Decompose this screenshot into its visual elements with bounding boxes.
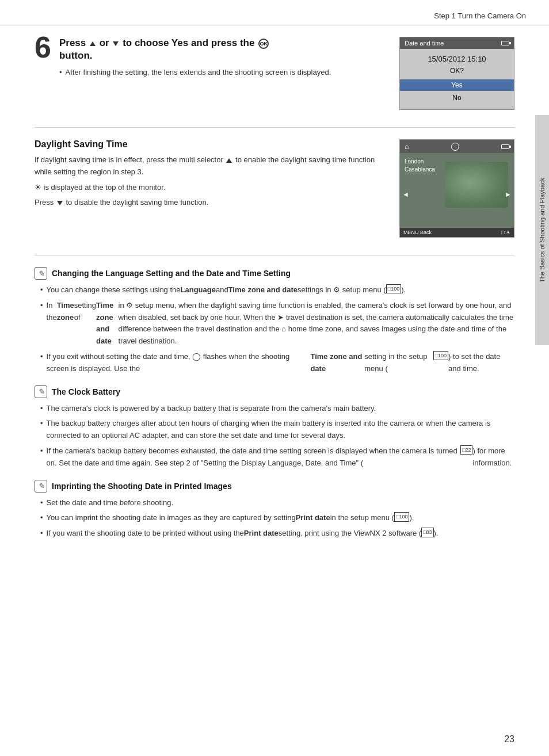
note-imprint-header: ✎ Imprinting the Shooting Date in Printe… — [35, 480, 514, 492]
left-arrow-icon: ◄ — [402, 190, 409, 198]
section-divider-1 — [35, 127, 514, 128]
daylight-para4: Press to disable the daylight saving tim… — [35, 197, 388, 209]
yes-label: Yes — [171, 37, 188, 48]
time-zone-date-bold2: Time zone and date — [310, 351, 364, 375]
note-imprint-bullet3: If you want the shooting date to be prin… — [40, 528, 514, 540]
ref-100-3: □100 — [394, 512, 409, 521]
note-clock-title: The Clock Battery — [52, 387, 120, 396]
note-clock-section: ✎ The Clock Battery The camera's clock i… — [35, 385, 514, 469]
battery-icon — [501, 41, 509, 45]
camera-no-button: No — [400, 92, 514, 104]
triangle-up-icon-2 — [226, 158, 232, 163]
side-tab: The Basics of Shooting and Playback — [535, 115, 549, 345]
main-content: 6 Press or to choose Yes and press the O… — [0, 37, 549, 550]
map-world-graphic — [445, 162, 508, 208]
step-content: Press or to choose Yes and press the OKb… — [59, 37, 388, 78]
note-icon-language: ✎ — [35, 267, 47, 280]
note-imprint-section: ✎ Imprinting the Shooting Date in Printe… — [35, 480, 514, 540]
note-imprint-title: Imprinting the Shooting Date in Printed … — [52, 482, 232, 491]
map-screen-body: London Casablanca ◄ ► — [400, 153, 514, 228]
note-clock-bullet3: If the camera's backup battery becomes e… — [40, 445, 514, 469]
note-language-title: Changing the Language Setting and the Da… — [52, 269, 291, 278]
note-language-bullet2: In the Time zone setting of Time zone an… — [40, 300, 514, 348]
note-icon-imprint: ✎ — [35, 480, 47, 492]
note-clock-bullet1: The camera's clock is powered by a backu… — [40, 403, 514, 415]
note-icon-clock: ✎ — [35, 385, 47, 398]
ref-22: □22 — [460, 445, 472, 455]
page-number: 23 — [504, 734, 514, 744]
page-header: Step 1 Turn the Camera On — [0, 12, 549, 25]
map-menu-label: MENU Back — [403, 230, 432, 235]
time-zone-bold2: Time zone — [57, 300, 74, 324]
camera-yes-button: Yes — [400, 79, 514, 91]
map-sun-icon — [451, 143, 459, 151]
note-imprint-bullets: Set the date and time before shooting. Y… — [35, 497, 514, 540]
note-language-header: ✎ Changing the Language Setting and the … — [35, 267, 514, 280]
ref-100-2: □100 — [433, 351, 448, 360]
header-title: Step 1 Turn the Camera On — [434, 12, 526, 20]
page-container: Step 1 Turn the Camera On 6 Press or to … — [0, 0, 549, 756]
time-zone-date-bold: Time zone and date — [96, 300, 118, 348]
step-bullet: After finishing the setting, the lens ex… — [59, 67, 388, 78]
note-language-bullet1: You can change these settings using the … — [40, 284, 514, 296]
note-clock-bullet2: The backup battery charges after about t… — [40, 418, 514, 442]
city-casablanca: Casablanca — [405, 166, 435, 174]
daylight-title: Daylight Saving Time — [35, 139, 388, 150]
step-number: 6 — [35, 32, 51, 62]
map-screen-header: ⌂ — [400, 140, 514, 153]
content-body: 6 Press or to choose Yes and press the O… — [35, 37, 526, 550]
note-language-bullet3: If you exit without setting the date and… — [40, 351, 514, 375]
map-footer-right: □:☀ — [501, 230, 510, 235]
note-language-bullets: You can change these settings using the … — [35, 284, 514, 375]
time-zone-bold: Time zone and date — [228, 284, 298, 296]
triangle-down-icon-2 — [57, 201, 63, 205]
note-imprint-bullet2: You can imprint the shooting date in ima… — [40, 512, 514, 524]
map-battery-icon — [501, 144, 509, 149]
camera-date-time: 15/05/2012 15:10 — [400, 55, 514, 63]
camera-screen-header: Date and time — [400, 37, 514, 49]
date-time-label: Date and time — [405, 40, 444, 47]
ref-83: □83 — [421, 528, 433, 537]
camera-screen-body: 15/05/2012 15:10 OK? Yes No — [400, 49, 514, 109]
triangle-up-icon — [90, 41, 96, 46]
map-screen-footer: MENU Back □:☀ — [400, 228, 514, 237]
right-arrow-icon: ► — [505, 190, 512, 198]
map-arrows: ◄ ► — [400, 190, 514, 198]
note-clock-bullets: The camera's clock is powered by a backu… — [35, 403, 514, 469]
step-title: Press or to choose Yes and press the OKb… — [59, 37, 388, 62]
daylight-para3: ☀ is displayed at the top of the monitor… — [35, 182, 388, 194]
camera-date-screen: Date and time 15/05/2012 15:10 OK? Yes N… — [399, 37, 514, 110]
step-6-section: 6 Press or to choose Yes and press the O… — [35, 37, 514, 110]
camera-ok-text: OK? — [400, 67, 514, 75]
daylight-section: Daylight Saving Time If daylight saving … — [35, 139, 514, 238]
daylight-text: Daylight Saving Time If daylight saving … — [35, 139, 399, 212]
map-screen: ⌂ London Casablanca ◄ ► — [399, 139, 514, 238]
side-tab-label: The Basics of Shooting and Playback — [539, 178, 546, 282]
section-divider-2 — [35, 255, 514, 255]
ref-100-1: □100 — [386, 284, 401, 293]
note-imprint-bullet1: Set the date and time before shooting. — [40, 497, 514, 509]
daylight-para1: If daylight saving time is in effect, pr… — [35, 154, 388, 178]
triangle-down-icon — [113, 41, 119, 46]
city-london: London — [405, 158, 435, 166]
print-date-bold: Print date — [296, 512, 330, 524]
home-icon: ⌂ — [405, 142, 409, 151]
language-bold: Language — [181, 284, 216, 296]
note-language-section: ✎ Changing the Language Setting and the … — [35, 267, 514, 375]
note-clock-header: ✎ The Clock Battery — [35, 385, 514, 398]
map-cities: London Casablanca — [405, 158, 435, 174]
print-date-bold2: Print date — [244, 528, 279, 540]
ok-button-icon: OK — [258, 39, 269, 49]
